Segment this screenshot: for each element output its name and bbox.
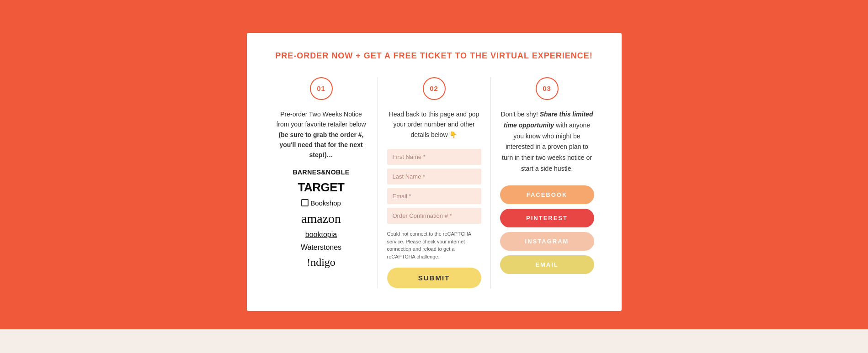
submit-button[interactable]: SUBMIT: [387, 268, 481, 288]
retailer-indigo[interactable]: !ndigo: [307, 256, 335, 269]
step-1-description: Pre-order Two Weeks Notice from your fav…: [274, 109, 368, 160]
pinterest-button[interactable]: PINTEREST: [500, 209, 594, 227]
step-3-description: Don't be shy! Share this limited time op…: [500, 109, 594, 174]
step-2-description: Head back to this page and pop your orde…: [387, 109, 481, 140]
order-confirmation-input[interactable]: [387, 208, 481, 224]
bookshop-icon: [301, 199, 309, 206]
step-3: 03 Don't be shy! Share this limited time…: [491, 77, 603, 288]
step-2-number: 02: [423, 77, 446, 100]
retailer-booktopia[interactable]: booktopia: [305, 231, 337, 239]
first-name-input[interactable]: [387, 149, 481, 165]
last-name-input[interactable]: [387, 169, 481, 184]
retailer-amazon[interactable]: amazon: [301, 211, 341, 226]
step-1-number: 01: [310, 77, 333, 100]
retailer-bookshop[interactable]: Bookshop: [301, 199, 341, 207]
instagram-button[interactable]: INSTAGRAM: [500, 232, 594, 251]
captcha-error-message: Could not connect to the reCAPTCHA servi…: [387, 230, 481, 260]
email-input[interactable]: [387, 188, 481, 204]
retailer-target[interactable]: TARGET: [298, 180, 345, 195]
step-1: 01 Pre-order Two Weeks Notice from your …: [265, 77, 378, 288]
page-background: PRE-ORDER NOW + GET A FREE TICKET TO THE…: [0, 18, 868, 353]
facebook-button[interactable]: FACEBOOK: [500, 185, 594, 204]
retailer-list: BARNES&NOBLE TARGET Bookshop amazon book…: [274, 169, 368, 269]
bottom-strip: [0, 329, 868, 353]
social-buttons-container: FACEBOOK PINTEREST INSTAGRAM EMAIL: [500, 185, 594, 274]
step-2: 02 Head back to this page and pop your o…: [378, 77, 491, 288]
page-headline: PRE-ORDER NOW + GET A FREE TICKET TO THE…: [265, 51, 603, 61]
main-card: PRE-ORDER NOW + GET A FREE TICKET TO THE…: [247, 33, 622, 311]
retailer-barnes-noble[interactable]: BARNES&NOBLE: [293, 169, 349, 176]
steps-container: 01 Pre-order Two Weeks Notice from your …: [265, 77, 603, 288]
step-3-number: 03: [536, 77, 559, 100]
email-button[interactable]: EMAIL: [500, 255, 594, 274]
order-form: Could not connect to the reCAPTCHA servi…: [387, 149, 481, 288]
retailer-waterstones[interactable]: Waterstones: [301, 243, 341, 252]
